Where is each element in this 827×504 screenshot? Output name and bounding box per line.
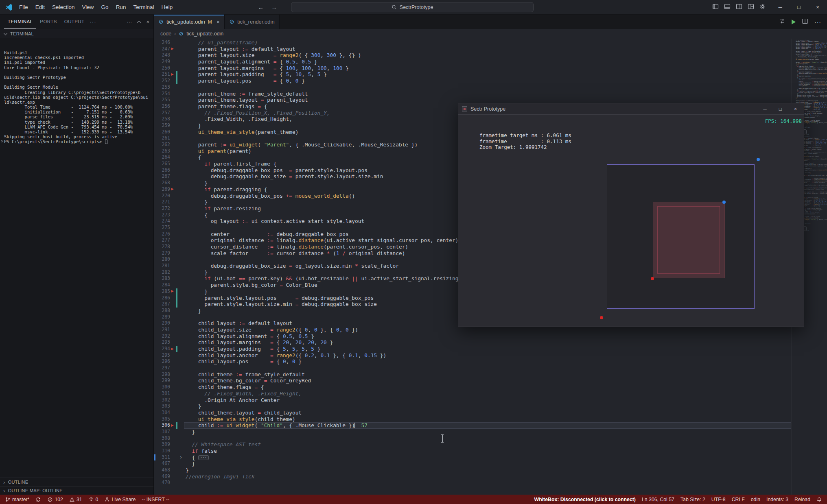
breadcrumb-file[interactable]: tick_update.odin <box>186 31 223 37</box>
fold-expand-icon[interactable]: › <box>178 454 184 461</box>
git-change-bar[interactable] <box>176 422 177 429</box>
gutter-marker-icon[interactable] <box>171 290 174 292</box>
sectr-close-button[interactable]: × <box>794 106 797 112</box>
sectr-minimize-button[interactable]: ─ <box>763 106 767 112</box>
menu-view[interactable]: View <box>79 0 98 15</box>
menu-run[interactable]: Run <box>112 0 130 15</box>
code-line-299[interactable]: 299 child_theme.bg_color = Color_GreyRed <box>154 377 791 384</box>
run-file-play-icon[interactable] <box>792 20 796 24</box>
status-indents-3[interactable]: Indents: 3 <box>766 497 788 502</box>
status-master[interactable]: master* <box>5 497 29 502</box>
code-line-300[interactable]: 300 child_theme.flags = { <box>154 384 791 391</box>
code-line-305[interactable]: 305 ui_theme_via_style(child_theme) <box>154 416 791 423</box>
status-reload[interactable]: Reload <box>794 497 810 502</box>
code-line-308[interactable]: 308 <box>154 435 791 442</box>
code-line-255[interactable]: 255 parent_theme.layout = parent_layout <box>154 97 791 103</box>
gutter-marker-icon[interactable] <box>171 73 174 76</box>
git-change-bar[interactable] <box>176 295 177 301</box>
tab-tick-update-odin[interactable]: tick_update.odinM× <box>154 15 225 29</box>
status-whitebox-disconnected-click-to-connect[interactable]: WhiteBox: Disconnected (click to connect… <box>534 497 636 502</box>
vscode-logo-icon[interactable] <box>5 3 13 11</box>
gutter-marker-icon[interactable] <box>171 348 174 350</box>
status-live-share[interactable]: Live Share <box>104 497 136 502</box>
panel-close-icon[interactable]: × <box>146 19 149 25</box>
code-line-252[interactable]: 252 parent_layout.pos = { 0, 0 } <box>154 78 791 84</box>
split-editor-icon[interactable] <box>802 18 808 26</box>
gutter-marker-icon[interactable] <box>171 48 174 50</box>
code-line-311[interactable]: 311› { ··· <box>154 454 791 461</box>
tab-close-icon[interactable]: × <box>217 19 220 25</box>
code-line-251[interactable]: 251 parent_layout.padding = { 5, 10, 5, … <box>154 71 791 78</box>
code-line-294[interactable]: 294 child_layout.padding = { 5, 5, 5, 5 … <box>154 346 791 352</box>
layout-sidebar-right-icon[interactable] <box>736 3 742 11</box>
code-line-253[interactable]: 253 <box>154 84 791 91</box>
panel-tabs-more-icon[interactable]: ··· <box>90 19 96 25</box>
code-line-304[interactable]: 304 child_theme.layout = child_layout <box>154 410 791 416</box>
sectr-prototype-window[interactable]: Sectr Prototype ─ □ × FPS: 164.998 frame… <box>458 103 804 327</box>
git-change-bar[interactable] <box>176 71 177 78</box>
sidebar-section-outline-map[interactable]: › OUTLINE MAP: OUTLINE <box>0 486 153 495</box>
git-change-bar[interactable] <box>176 301 177 308</box>
code-line-254[interactable]: 254 parent_theme := frame_style_default <box>154 91 791 97</box>
window-maximize-button[interactable]: □ <box>790 0 808 15</box>
code-line-303[interactable]: 303 } <box>154 403 791 410</box>
panel-maximize-icon[interactable] <box>137 21 141 25</box>
code-line-310[interactable]: 310 if false <box>154 448 791 454</box>
menu-terminal[interactable]: Terminal <box>129 0 158 15</box>
code-line-295[interactable]: 295 child_layout.anchor = range2({ 0.2, … <box>154 352 791 359</box>
layout-customize-icon[interactable] <box>748 3 754 11</box>
code-line-302[interactable]: 302 .Origin_At_Anchor_Center <box>154 397 791 404</box>
layout-sidebar-left-icon[interactable] <box>712 3 719 11</box>
panel-tab-terminal[interactable]: TERMINAL <box>4 15 36 29</box>
code-line-250[interactable]: 250 parent_layout.margins = { 100, 100, … <box>154 65 791 72</box>
code-line-292[interactable]: 292 child_layout.alignment = { 0.5, 0.5 … <box>154 333 791 340</box>
code-line-293[interactable]: 293 child_layout.margins = { 20, 20, 20,… <box>154 339 791 346</box>
code-line-248[interactable]: 248 parent_layout.size = range2( { 300, … <box>154 52 791 59</box>
breadcrumb[interactable]: code › tick_update.odin <box>154 29 827 39</box>
back-icon[interactable]: ← <box>258 4 264 11</box>
gutter-marker-icon[interactable] <box>171 188 174 190</box>
status-ln-306-col-57[interactable]: Ln 306, Col 57 <box>642 497 674 502</box>
code-line-296[interactable]: 296 child_layout.pos = { 0, 0 } <box>154 358 791 365</box>
code-line-298[interactable]: 298 child_theme := frame_style_default <box>154 371 791 378</box>
code-line-307[interactable]: 307 } <box>154 429 791 435</box>
sidebar-section-outline[interactable]: › OUTLINE <box>0 478 153 486</box>
code-line-309[interactable]: 309 // Whitespace AST test <box>154 441 791 448</box>
code-line-291[interactable]: 291 child_layout.size = range2({ 0, 0 },… <box>154 327 791 333</box>
status-sync-indicator[interactable] <box>35 497 41 502</box>
terminal-section-header[interactable]: TERMINAL <box>0 29 153 38</box>
status-0[interactable]: 0 <box>88 497 98 502</box>
menu-edit[interactable]: Edit <box>32 0 48 15</box>
code-line-249[interactable]: 249 parent_layout.alignment = { 0.5, 0.5… <box>154 59 791 65</box>
panel-tab-ports[interactable]: PORTS <box>36 15 60 29</box>
status-bell-indicator[interactable] <box>816 497 822 502</box>
git-change-bar[interactable] <box>176 78 177 84</box>
editor-more-actions-icon[interactable]: ··· <box>814 19 821 25</box>
status-tab-size-2[interactable]: Tab Size: 2 <box>680 497 705 502</box>
menu-go[interactable]: Go <box>98 0 112 15</box>
code-line-247[interactable]: 247 parent_layout := default_layout <box>154 46 791 52</box>
sectr-maximize-button[interactable]: □ <box>779 106 782 112</box>
tab-tick-render-odin[interactable]: tick_render.odin <box>225 15 280 29</box>
command-center-search[interactable]: SectrPrototype <box>291 2 534 12</box>
code-line-306[interactable]: 306 child := ui_widget( "Child", { .Mous… <box>154 422 791 429</box>
menu-file[interactable]: File <box>15 0 32 15</box>
child-widget-box[interactable] <box>653 202 724 278</box>
code-line-469[interactable]: 469//endregion Imgui Tick <box>154 473 791 480</box>
terminal-output[interactable]: Build.ps1incremental_checks.ps1 imported… <box>0 38 153 495</box>
status-31[interactable]: 31 <box>69 497 82 502</box>
menu-selection[interactable]: Selection <box>48 0 79 15</box>
window-minimize-button[interactable]: ─ <box>771 0 790 15</box>
panel-actions-more-icon[interactable]: ··· <box>127 19 132 25</box>
panel-tab-output[interactable]: OUTPUT <box>61 15 88 29</box>
compare-changes-icon[interactable] <box>779 18 785 26</box>
code-line-246[interactable]: 246 // ui_parent(frame) <box>154 39 791 46</box>
layout-panel-icon[interactable] <box>724 3 731 11</box>
git-change-bar[interactable] <box>176 288 177 295</box>
gutter-marker-icon[interactable] <box>171 424 174 427</box>
sectr-viewport[interactable]: FPS: 164.998 frametime_target_ms : 6.061… <box>458 115 804 327</box>
window-close-button[interactable]: × <box>808 0 827 15</box>
code-line-468[interactable]: 468} <box>154 467 791 473</box>
code-line-301[interactable]: 301 // .Fixed_Width, .Fixed_Height, <box>154 391 791 397</box>
status-insert[interactable]: -- INSERT -- <box>142 497 169 502</box>
